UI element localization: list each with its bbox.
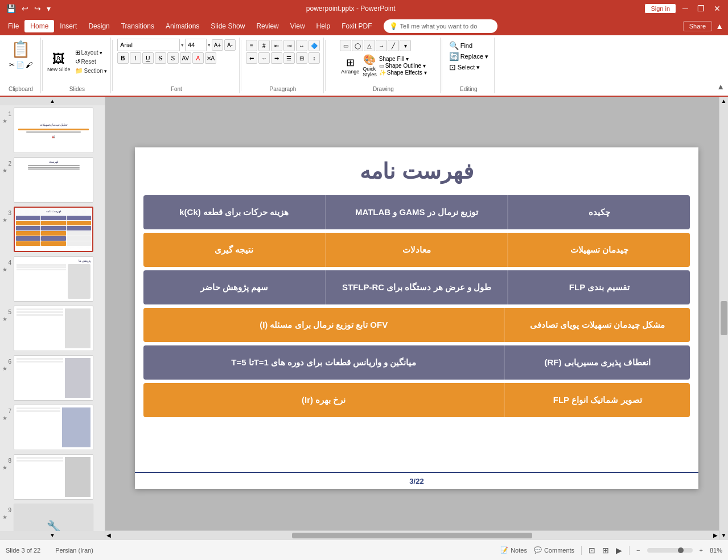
ribbon-collapse-icon[interactable]: ▲ xyxy=(715,22,723,31)
shape-arrow[interactable]: → xyxy=(376,40,387,51)
reset-row[interactable]: ↺Reset xyxy=(75,58,107,65)
zoom-slider[interactable] xyxy=(647,548,693,553)
slide-thumb-2[interactable]: 2 ★ فهرست xyxy=(1,156,104,204)
char-spacing-button[interactable]: AV xyxy=(180,52,191,64)
slide-thumb-7[interactable]: 7 ★ xyxy=(1,403,104,451)
shape-outline-button[interactable]: ▭ Shape Outline ▾ xyxy=(379,63,427,69)
menu-file[interactable]: File xyxy=(2,20,24,32)
shape-fill-button[interactable]: Shape Fill ▾ xyxy=(379,56,427,62)
minimize-button[interactable]: ─ xyxy=(680,3,691,14)
decrease-font-button[interactable]: A- xyxy=(224,39,236,51)
slide-thumb-9[interactable]: 9 ★ 🔧 xyxy=(1,503,104,531)
slide-cell-3-1: تقسیم بندی FLP xyxy=(507,270,690,304)
redo-icon[interactable]: ↪ xyxy=(32,3,43,14)
copy-button[interactable]: 📄 xyxy=(16,61,24,69)
horizontal-scroll-right[interactable]: ▶ xyxy=(712,532,719,538)
tellme-input[interactable]: Tell me what you want to do xyxy=(400,23,478,30)
convert-to-smartart-button[interactable]: 🔷 xyxy=(309,40,320,51)
zoom-level[interactable]: 81% xyxy=(710,547,722,554)
decrease-indent-button[interactable]: ⇤ xyxy=(271,40,282,51)
share-button[interactable]: Share xyxy=(683,21,712,31)
menu-design[interactable]: Design xyxy=(83,20,115,32)
shadow-button[interactable]: S xyxy=(167,52,179,64)
menu-home[interactable]: Home xyxy=(24,20,54,32)
bold-button[interactable]: B xyxy=(117,52,129,64)
menu-help[interactable]: Help xyxy=(311,20,336,32)
notes-icon: 📝 xyxy=(500,546,508,554)
outline-view-button[interactable]: ⊞ xyxy=(602,546,609,555)
format-painter-button[interactable]: 🖌 xyxy=(26,61,32,69)
clear-format-button[interactable]: ✕A xyxy=(205,52,216,64)
menu-foxit[interactable]: Foxit PDF xyxy=(336,20,377,32)
slide-panel-scroll-up[interactable]: ▲ xyxy=(0,97,105,105)
vertical-scroll-up[interactable]: ▲ xyxy=(721,98,727,104)
font-name-input[interactable] xyxy=(117,39,180,51)
undo-icon[interactable]: ↩ xyxy=(20,3,30,14)
star-3: ★ xyxy=(2,217,7,223)
font-color-button[interactable]: A xyxy=(192,52,204,64)
ribbon-expand-icon[interactable]: ▲ xyxy=(717,82,725,91)
font-size-input[interactable] xyxy=(185,39,207,51)
select-button[interactable]: ⊡Select ▾ xyxy=(449,63,488,72)
customize-icon[interactable]: ▾ xyxy=(45,3,52,14)
strikethrough-button[interactable]: S xyxy=(155,52,166,64)
slide-footer: 3/22 xyxy=(135,472,698,489)
zoom-out-button[interactable]: − xyxy=(636,547,640,554)
bullets-button[interactable]: ≡ xyxy=(246,40,257,51)
layout-row[interactable]: ⊞Layout▾ xyxy=(75,49,107,56)
increase-font-button[interactable]: A+ xyxy=(212,39,223,51)
slide-thumb-8[interactable]: 8 ★ xyxy=(1,453,104,501)
underline-button[interactable]: U xyxy=(142,52,154,64)
find-button[interactable]: 🔍Find xyxy=(449,41,488,50)
paste-button[interactable]: 📋 xyxy=(10,39,32,60)
slide-thumb-1[interactable]: 1 ★ تحلیل چیدمان تسهیلات 🏭 xyxy=(1,106,104,154)
line-spacing-button[interactable]: ↕ xyxy=(309,52,320,64)
menu-animations[interactable]: Animations xyxy=(160,20,205,32)
horizontal-scroll-left[interactable]: ◀ xyxy=(105,532,112,538)
normal-view-button[interactable]: ⊡ xyxy=(589,546,595,555)
menu-transitions[interactable]: Transitions xyxy=(116,20,160,32)
restore-button[interactable]: ❐ xyxy=(694,3,708,14)
lightbulb-icon: 💡 xyxy=(389,22,398,30)
align-left-button[interactable]: ⬅ xyxy=(246,52,257,64)
slide-thumb-5[interactable]: 5 ★ xyxy=(1,304,104,352)
menu-view[interactable]: View xyxy=(285,20,311,32)
new-slide-button[interactable]: 🖼 xyxy=(52,52,65,67)
numbering-button[interactable]: # xyxy=(258,40,270,51)
slide-thumb-6[interactable]: 6 ★ xyxy=(1,354,104,402)
slideshow-view-button[interactable]: ▶ xyxy=(616,546,622,555)
notes-button[interactable]: 📝 Notes xyxy=(500,546,527,554)
vertical-scroll-down[interactable]: ▼ xyxy=(721,532,727,538)
quick-styles-button[interactable]: 🎨 QuickStyles xyxy=(361,52,378,79)
shape-line[interactable]: ╱ xyxy=(388,40,399,51)
close-button[interactable]: ✕ xyxy=(711,3,723,14)
zoom-in-button[interactable]: + xyxy=(700,547,703,554)
align-center-button[interactable]: ↔ xyxy=(258,52,270,64)
slide-thumb-3[interactable]: 3 ★ فهرست نامه xyxy=(1,205,104,253)
text-direction-button[interactable]: ↔ xyxy=(296,40,307,51)
slide-thumb-4[interactable]: 4 ★ پژوهش ها xyxy=(1,255,104,303)
shape-oval[interactable]: ◯ xyxy=(352,40,363,51)
replace-button[interactable]: 🔄Replace ▾ xyxy=(449,52,488,61)
menu-slideshow[interactable]: Slide Show xyxy=(205,20,250,32)
slide-panel-scroll-down[interactable]: ▼ xyxy=(0,531,105,540)
arrange-button[interactable]: ⊞ Arrange xyxy=(340,55,360,76)
italic-button[interactable]: I xyxy=(130,52,141,64)
increase-indent-button[interactable]: ⇥ xyxy=(283,40,295,51)
shape-triangle[interactable]: △ xyxy=(364,40,375,51)
align-right-button[interactable]: ➡ xyxy=(271,52,282,64)
menu-insert[interactable]: Insert xyxy=(54,20,83,32)
shape-more[interactable]: ▾ xyxy=(400,40,411,51)
shape-effects-button[interactable]: ✨ Shape Effects ▾ xyxy=(379,69,427,76)
shape-rect[interactable]: ▭ xyxy=(340,40,351,51)
columns-button[interactable]: ⊟ xyxy=(296,52,307,64)
slide-cell-2-2: معادلات xyxy=(325,233,508,267)
signin-button[interactable]: Sign in xyxy=(644,3,676,14)
slide-cell-6-1: تصویر شماتیک انواع FLP xyxy=(504,383,690,417)
section-row[interactable]: 📁Section▾ xyxy=(75,67,107,75)
menu-review[interactable]: Review xyxy=(250,20,284,32)
comments-button[interactable]: 💬 Comments xyxy=(534,546,574,554)
save-icon[interactable]: 💾 xyxy=(5,3,18,14)
justify-button[interactable]: ☰ xyxy=(283,52,295,64)
cut-button[interactable]: ✂ xyxy=(9,61,15,69)
